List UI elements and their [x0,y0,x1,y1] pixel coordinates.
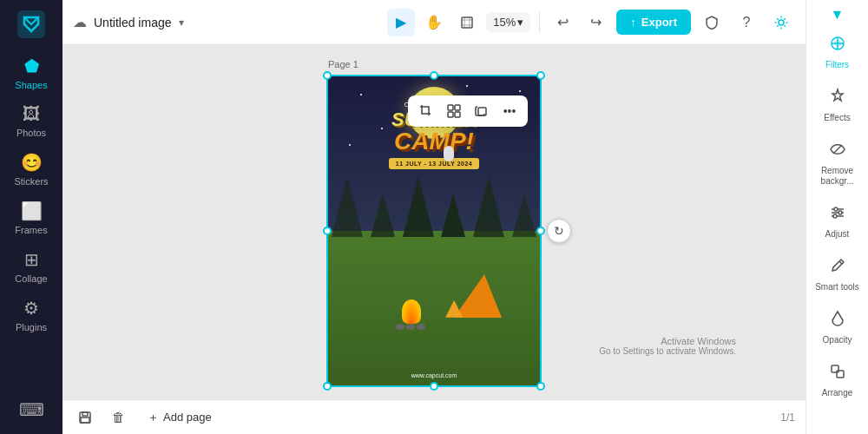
tree [512,194,536,237]
resize-handle-br[interactable] [536,382,545,391]
effects-label: Effects [824,113,850,123]
right-panel-adjust[interactable]: Adjust [806,195,869,248]
sidebar-item-stickers-label: Stickers [14,176,48,187]
resize-handle-bc[interactable] [430,382,438,391]
activate-windows-sublabel: Go to Settings to activate Windows. [599,346,736,356]
frames-icon: ⬜ [21,201,43,221]
svg-rect-4 [455,105,460,110]
arrow-down-indicator: ▼ [831,7,845,23]
svg-point-15 [833,214,837,218]
save-button[interactable] [73,405,97,430]
stickers-icon: 😊 [21,152,43,173]
sidebar-item-keyboard[interactable]: ⌨ [0,392,62,427]
sidebar-item-stickers[interactable]: 😊 Stickers [0,145,62,194]
filters-icon [829,35,846,56]
zoom-control[interactable]: 15% ▾ [486,12,530,32]
grid-button[interactable] [441,99,467,123]
cloud-save-icon: ☁ [73,14,87,30]
adjust-label: Adjust [825,229,850,240]
canvas-area[interactable]: ••• Page 1 ↻ [62,45,806,399]
left-sidebar: ⬟ Shapes 🖼 Photos 😊 Stickers ⬜ Frames ⊞ … [0,0,62,434]
title-dropdown-icon[interactable]: ▾ [179,16,184,29]
crop-button[interactable] [413,99,439,123]
zoom-dropdown-icon: ▾ [517,16,523,29]
frame-tool-button[interactable] [453,9,481,36]
sidebar-item-collage[interactable]: ⊞ Collage [0,242,62,291]
arrange-label: Arrange [822,388,853,398]
redo-button[interactable]: ↪ [582,9,609,36]
float-toolbar: ••• [408,95,528,127]
resize-handle-mr[interactable] [536,227,545,235]
smart-tools-icon [829,257,846,279]
zoom-value: 15% [493,16,516,29]
remove-bg-label: Remove backgr... [810,166,865,187]
svg-point-2 [779,20,784,25]
svg-point-13 [834,207,838,211]
opacity-label: Opacity [823,335,852,345]
fire-flame [402,299,421,324]
top-bar-left: ☁ Untitled image ▾ [73,14,380,30]
sidebar-item-photos-label: Photos [16,128,46,138]
tent-body [454,274,502,318]
svg-rect-3 [448,105,453,110]
right-panel-arrange[interactable]: Arrange [806,354,869,407]
resize-handle-tr[interactable] [536,71,545,80]
sidebar-item-shapes-label: Shapes [15,80,47,90]
duplicate-button[interactable] [469,99,495,123]
sidebar-item-shapes[interactable]: ⬟ Shapes [0,49,62,97]
tree [371,194,395,237]
shield-icon-button[interactable] [698,9,726,36]
export-button[interactable]: ↑ Export [616,10,691,35]
adjust-icon [829,204,846,226]
sidebar-item-photos[interactable]: 🖼 Photos [0,97,62,145]
opacity-icon [829,310,846,332]
more-options-button[interactable]: ••• [496,99,523,123]
add-page-button[interactable]: ＋ Add page [139,405,220,430]
poster-trees [328,176,540,237]
toolbar-divider [539,12,540,33]
delete-button[interactable]: 🗑 [106,405,130,430]
svg-point-12 [835,41,840,46]
svg-rect-6 [455,112,460,117]
sidebar-item-frames-label: Frames [15,225,47,235]
star [466,85,468,87]
sidebar-item-plugins[interactable]: ⚙ Plugins [0,291,62,339]
filters-label: Filters [825,60,849,70]
resize-handle-tl[interactable] [323,71,332,80]
remove-bg-icon [829,141,846,162]
right-panel-filters[interactable]: Filters [806,26,869,79]
help-icon-button[interactable]: ? [733,9,760,36]
right-panel-opacity[interactable]: Opacity [806,301,869,354]
top-bar-right: ↑ Export ? [616,9,795,36]
star [360,94,362,95]
top-bar-center: ▶ ✋ 15% ▾ ↩ ↪ [387,9,609,36]
rock [396,324,404,330]
smart-tools-label: Smart tools [815,282,859,293]
resize-handle-bl[interactable] [323,382,332,391]
select-tool-button[interactable]: ▶ [387,9,415,36]
export-label: Export [641,16,677,29]
undo-button[interactable]: ↩ [549,9,576,36]
settings-icon-button[interactable] [767,9,795,36]
float-toolbar-divider [444,146,454,161]
activate-windows-text: Activate Windows Go to Settings to activ… [599,336,736,356]
sidebar-item-frames[interactable]: ⬜ Frames [0,194,62,242]
right-panel-remove-bg[interactable]: Remove backgr... [806,132,869,195]
right-panel-effects[interactable]: Effects [806,79,869,132]
rotate-handle[interactable]: ↻ [547,219,571,243]
keyboard-icon: ⌨ [19,399,44,420]
document-title: Untitled image [94,16,172,30]
effects-icon [829,88,846,109]
add-page-label: Add page [163,411,212,424]
date-badge: 11 JULY - 13 JULY 2024 [389,158,479,169]
resize-handle-tc[interactable] [430,71,438,80]
rock [417,324,425,330]
shapes-icon: ⬟ [24,56,39,76]
hand-tool-button[interactable]: ✋ [420,9,448,36]
right-panel-smart-tools[interactable]: Smart tools [806,248,869,301]
resize-handle-ml[interactable] [323,227,332,235]
collage-icon: ⊞ [24,249,39,270]
sidebar-item-collage-label: Collage [15,273,47,284]
svg-rect-1 [462,17,472,28]
poster-campfire [402,299,421,324]
